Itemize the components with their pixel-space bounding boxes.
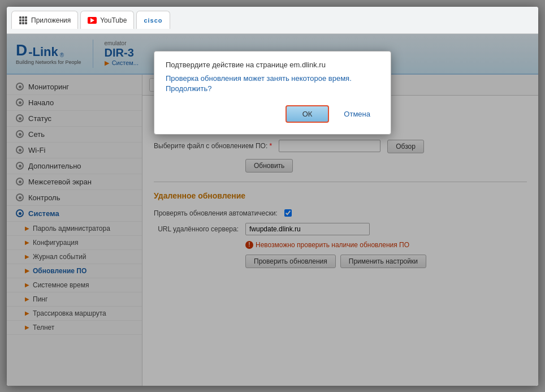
apps-grid-icon	[19, 16, 27, 24]
youtube-icon	[88, 17, 97, 24]
dialog-overlay: Подтвердите действие на странице em.dlin…	[7, 34, 538, 386]
dialog-buttons: ОК Отмена	[166, 105, 379, 123]
cisco-logo: cisco	[144, 17, 162, 24]
apps-favicon	[19, 16, 28, 25]
dialog-ok-button[interactable]: ОК	[286, 105, 330, 123]
dialog-message: Проверка обновления может занять некотор…	[166, 74, 379, 94]
tab-cisco[interactable]: cisco	[136, 11, 170, 29]
browser-tabs: Приложения YouTube cisco	[11, 11, 170, 29]
tab-youtube-label: YouTube	[100, 16, 127, 24]
tab-apps-label: Приложения	[31, 16, 71, 24]
browser-toolbar: Приложения YouTube cisco	[7, 7, 538, 34]
dialog-cancel-button[interactable]: Отмена	[335, 105, 379, 123]
page-content: D -Link ® Building Networks for People e…	[7, 34, 538, 386]
dialog-box: Подтвердите действие на странице em.dlin…	[154, 51, 391, 135]
tab-apps[interactable]: Приложения	[11, 11, 78, 29]
dialog-title: Подтвердите действие на странице em.dlin…	[166, 61, 379, 69]
youtube-favicon	[88, 16, 97, 25]
tab-youtube[interactable]: YouTube	[80, 11, 134, 29]
